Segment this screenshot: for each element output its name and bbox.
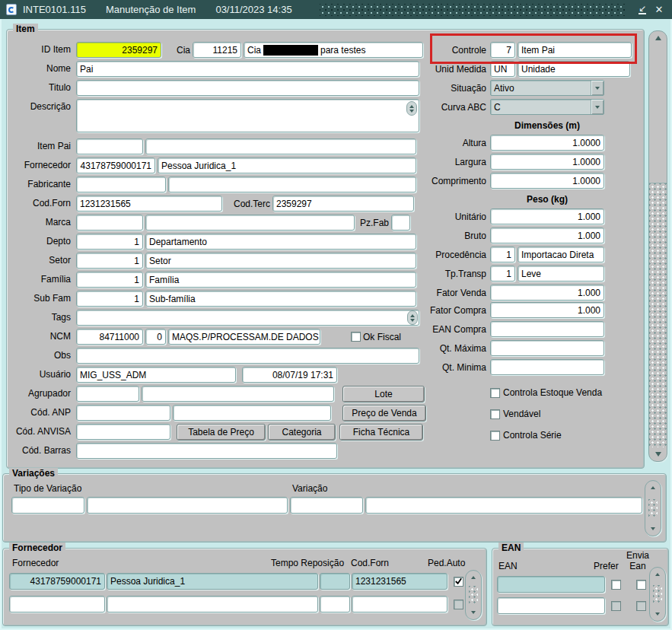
- fornecedor-nome-field[interactable]: [107, 596, 318, 612]
- ok-fiscal-checkbox[interactable]: [351, 332, 361, 342]
- descricao-scroll-spinner[interactable]: [406, 101, 417, 116]
- controla-serie-checkbox[interactable]: [490, 431, 500, 441]
- main-vertical-scrollbar[interactable]: [648, 30, 667, 462]
- envia-ean-checkbox[interactable]: [636, 601, 646, 611]
- depto-code-field[interactable]: 1: [76, 234, 143, 250]
- curva-abc-dropdown[interactable]: C: [490, 99, 604, 115]
- unid-medida-code-field[interactable]: UN: [490, 61, 515, 77]
- scroll-up-icon[interactable]: [645, 481, 661, 495]
- item-pai-code-field[interactable]: [76, 138, 143, 154]
- vendavel-checkbox[interactable]: [490, 409, 500, 419]
- fabricante-code-field[interactable]: [76, 177, 166, 192]
- fornecedor-cod-forn-field[interactable]: [352, 596, 447, 612]
- tp-transp-code-field[interactable]: 1: [490, 266, 515, 282]
- cod-forn-field[interactable]: 1231231565: [76, 196, 222, 212]
- pz-fab-field[interactable]: [391, 215, 410, 231]
- tp-transp-desc-field[interactable]: Leve: [518, 266, 604, 282]
- categoria-button[interactable]: Categoria: [268, 424, 336, 441]
- ean-scrollbar[interactable]: [649, 567, 666, 622]
- fator-venda-field[interactable]: 1.000: [490, 285, 604, 301]
- familia-desc-field[interactable]: Família: [145, 272, 416, 288]
- setor-code-field[interactable]: 1: [76, 253, 143, 269]
- scroll-down-icon[interactable]: [650, 607, 665, 621]
- peso-unitario-field[interactable]: 1.000: [490, 208, 604, 224]
- usuario-datetime-field[interactable]: 08/07/19 17:31: [242, 367, 337, 383]
- controle-code-field[interactable]: 7: [490, 42, 515, 58]
- qt-minima-field[interactable]: [490, 359, 604, 375]
- prefer-checkbox[interactable]: [611, 601, 621, 611]
- ped-auto-checkbox[interactable]: [454, 600, 463, 609]
- situacao-dropdown-arrow-icon[interactable]: [591, 81, 604, 95]
- depto-desc-field[interactable]: Departamento: [145, 234, 416, 250]
- curva-abc-dropdown-arrow-icon[interactable]: [591, 100, 604, 114]
- fator-compra-field[interactable]: 1.000: [490, 302, 604, 318]
- variacao-desc-field[interactable]: [365, 497, 642, 514]
- agrupador-desc-field[interactable]: [142, 386, 334, 402]
- controle-desc-field[interactable]: Item Pai: [518, 42, 632, 58]
- id-item-field[interactable]: 2359297: [76, 42, 161, 58]
- item-pai-desc-field[interactable]: [145, 138, 416, 154]
- fabricante-desc-field[interactable]: [168, 177, 416, 192]
- scroll-up-icon[interactable]: [650, 568, 665, 581]
- tempo-reposicao-field[interactable]: [320, 573, 350, 590]
- unid-medida-desc-field[interactable]: Unidade: [518, 61, 630, 77]
- cod-barras-field[interactable]: [76, 443, 337, 459]
- fornecedor-cod-forn-field[interactable]: 1231231565: [352, 573, 447, 590]
- cod-anp-desc-field[interactable]: [173, 405, 331, 421]
- controla-estoque-venda-checkbox[interactable]: [490, 388, 500, 398]
- ean-field[interactable]: [497, 576, 605, 593]
- tags-field[interactable]: [76, 310, 419, 326]
- restore-window-icon[interactable]: ↙: [635, 3, 649, 17]
- ped-auto-checkbox[interactable]: [454, 577, 463, 587]
- cia-desc-field[interactable]: Cia para testes: [244, 42, 423, 58]
- qt-maxima-field[interactable]: [490, 340, 604, 356]
- usuario-field[interactable]: MIG_USS_ADM: [76, 367, 236, 383]
- tags-scroll-spinner[interactable]: [407, 310, 418, 325]
- fornecedor-desc-field[interactable]: Pessoa Juridica_1: [158, 158, 416, 173]
- prefer-checkbox[interactable]: [611, 580, 621, 590]
- fornecedor-nome-field[interactable]: Pessoa Juridica_1: [107, 573, 318, 590]
- scrollbar-thumb[interactable]: [649, 45, 667, 183]
- scroll-up-icon[interactable]: [649, 31, 667, 45]
- cod-anp-code-field[interactable]: [76, 405, 170, 421]
- marca-code-field[interactable]: [76, 215, 143, 231]
- envia-ean-checkbox[interactable]: [636, 580, 646, 590]
- fornecedor-code-field[interactable]: 43178759000171: [76, 158, 155, 173]
- scrollbar-track[interactable]: [649, 183, 667, 447]
- fornecedor-codigo-field[interactable]: 43178759000171: [9, 573, 105, 590]
- descricao-field[interactable]: [76, 99, 419, 132]
- titulo-field[interactable]: [76, 80, 419, 96]
- tempo-reposicao-field[interactable]: [320, 596, 350, 612]
- tipo-variacao-desc-field[interactable]: [87, 497, 288, 514]
- variacao-code-field[interactable]: [290, 497, 363, 514]
- variacoes-scrollbar[interactable]: [645, 480, 661, 536]
- agrupador-code-field[interactable]: [76, 386, 139, 402]
- scroll-down-icon[interactable]: [649, 447, 667, 461]
- scroll-down-icon[interactable]: [466, 606, 481, 619]
- altura-field[interactable]: 1.0000: [490, 135, 604, 151]
- sub-fam-desc-field[interactable]: Sub-família: [145, 291, 416, 307]
- preco-de-venda-button[interactable]: Preço de Venda: [342, 405, 426, 422]
- comprimento-field[interactable]: 1.0000: [490, 173, 604, 189]
- situacao-dropdown[interactable]: Ativo: [490, 80, 604, 96]
- fornecedor-scrollbar[interactable]: [465, 570, 482, 620]
- obs-field[interactable]: [76, 348, 419, 364]
- peso-bruto-field[interactable]: 1.000: [490, 228, 604, 243]
- procedencia-code-field[interactable]: 1: [490, 247, 515, 262]
- close-window-icon[interactable]: ✕: [652, 3, 666, 17]
- scroll-up-icon[interactable]: [466, 571, 481, 584]
- scroll-down-icon[interactable]: [645, 522, 661, 536]
- marca-desc-field[interactable]: [145, 215, 355, 231]
- setor-desc-field[interactable]: Setor: [145, 253, 416, 269]
- ncm-code-field[interactable]: 84711000: [76, 329, 143, 345]
- largura-field[interactable]: 1.0000: [490, 154, 604, 170]
- sub-fam-code-field[interactable]: 1: [76, 291, 143, 307]
- fornecedor-codigo-field[interactable]: [9, 596, 105, 612]
- ncm-desc-field[interactable]: MAQS.P/PROCESSAM.DE DADOS: [168, 329, 320, 345]
- procedencia-desc-field[interactable]: Importacao Direta: [518, 247, 604, 262]
- cod-terc-field[interactable]: 2359297: [272, 196, 414, 212]
- cia-code-field[interactable]: 11215: [193, 42, 241, 58]
- cod-anvisa-field[interactable]: [76, 424, 170, 440]
- ncm-ex-field[interactable]: 0: [145, 329, 166, 345]
- tabela-de-preco-button[interactable]: Tabela de Preço: [177, 424, 266, 441]
